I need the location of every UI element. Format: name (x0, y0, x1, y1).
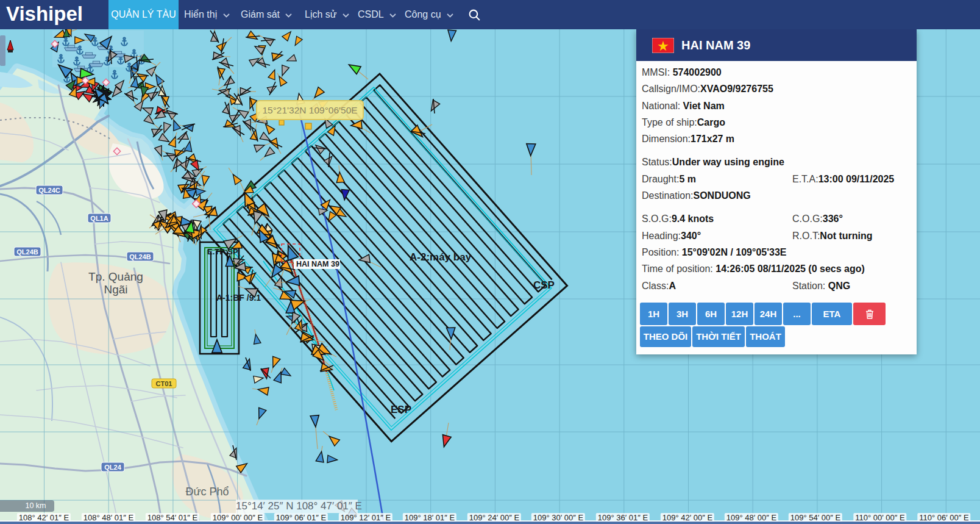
svg-text:Ngãi: Ngãi (104, 283, 127, 296)
svg-text:QL24B: QL24B (129, 253, 151, 260)
svg-text:CSP: CSP (533, 279, 555, 291)
svg-text:QL24C: QL24C (38, 187, 60, 194)
svg-text:E.TP:SP: E.TP:SP (207, 247, 238, 256)
svg-text:ESP: ESP (391, 404, 411, 415)
svg-text:Đức Phổ: Đức Phổ (185, 486, 229, 498)
svg-text:Tp. Quảng: Tp. Quảng (88, 270, 143, 283)
svg-text:A-2:máy bay: A-2:máy bay (410, 251, 472, 263)
svg-text:QL24: QL24 (104, 464, 121, 471)
svg-text:HAI NAM 39: HAI NAM 39 (296, 260, 339, 268)
svg-text:A-1:BF /9.1: A-1:BF /9.1 (216, 293, 261, 303)
svg-text:QL1A: QL1A (90, 215, 108, 222)
svg-text:QL24B: QL24B (16, 248, 38, 256)
svg-text:CT01: CT01 (156, 380, 172, 387)
